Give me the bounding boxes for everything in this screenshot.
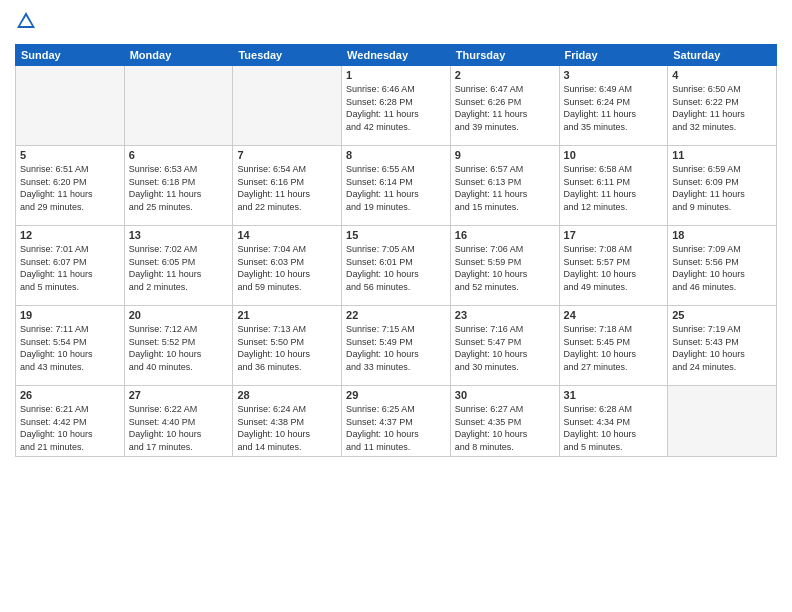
calendar-cell (668, 386, 777, 457)
calendar-cell: 12Sunrise: 7:01 AMSunset: 6:07 PMDayligh… (16, 226, 125, 306)
calendar-week-row: 19Sunrise: 7:11 AMSunset: 5:54 PMDayligh… (16, 306, 777, 386)
day-info: Sunrise: 6:51 AMSunset: 6:20 PMDaylight:… (20, 163, 120, 213)
calendar-cell: 24Sunrise: 7:18 AMSunset: 5:45 PMDayligh… (559, 306, 668, 386)
day-number: 1 (346, 69, 446, 81)
day-info: Sunrise: 7:08 AMSunset: 5:57 PMDaylight:… (564, 243, 664, 293)
day-number: 11 (672, 149, 772, 161)
day-info: Sunrise: 7:09 AMSunset: 5:56 PMDaylight:… (672, 243, 772, 293)
calendar-cell: 3Sunrise: 6:49 AMSunset: 6:24 PMDaylight… (559, 66, 668, 146)
day-number: 27 (129, 389, 229, 401)
day-number: 28 (237, 389, 337, 401)
day-number: 31 (564, 389, 664, 401)
calendar-cell: 30Sunrise: 6:27 AMSunset: 4:35 PMDayligh… (450, 386, 559, 457)
day-number: 9 (455, 149, 555, 161)
day-number: 24 (564, 309, 664, 321)
day-number: 10 (564, 149, 664, 161)
day-number: 17 (564, 229, 664, 241)
day-info: Sunrise: 6:54 AMSunset: 6:16 PMDaylight:… (237, 163, 337, 213)
weekday-header-thursday: Thursday (450, 45, 559, 66)
day-number: 15 (346, 229, 446, 241)
day-info: Sunrise: 6:25 AMSunset: 4:37 PMDaylight:… (346, 403, 446, 453)
weekday-header-tuesday: Tuesday (233, 45, 342, 66)
day-info: Sunrise: 7:15 AMSunset: 5:49 PMDaylight:… (346, 323, 446, 373)
day-info: Sunrise: 6:22 AMSunset: 4:40 PMDaylight:… (129, 403, 229, 453)
calendar-cell: 18Sunrise: 7:09 AMSunset: 5:56 PMDayligh… (668, 226, 777, 306)
day-info: Sunrise: 6:57 AMSunset: 6:13 PMDaylight:… (455, 163, 555, 213)
day-info: Sunrise: 6:55 AMSunset: 6:14 PMDaylight:… (346, 163, 446, 213)
calendar-cell: 14Sunrise: 7:04 AMSunset: 6:03 PMDayligh… (233, 226, 342, 306)
day-number: 7 (237, 149, 337, 161)
day-number: 16 (455, 229, 555, 241)
day-info: Sunrise: 6:47 AMSunset: 6:26 PMDaylight:… (455, 83, 555, 133)
calendar-cell: 31Sunrise: 6:28 AMSunset: 4:34 PMDayligh… (559, 386, 668, 457)
day-info: Sunrise: 7:04 AMSunset: 6:03 PMDaylight:… (237, 243, 337, 293)
day-info: Sunrise: 7:01 AMSunset: 6:07 PMDaylight:… (20, 243, 120, 293)
calendar-cell (233, 66, 342, 146)
day-number: 22 (346, 309, 446, 321)
calendar-cell (16, 66, 125, 146)
day-number: 30 (455, 389, 555, 401)
day-number: 26 (20, 389, 120, 401)
calendar-week-row: 12Sunrise: 7:01 AMSunset: 6:07 PMDayligh… (16, 226, 777, 306)
calendar-week-row: 26Sunrise: 6:21 AMSunset: 4:42 PMDayligh… (16, 386, 777, 457)
calendar-cell: 25Sunrise: 7:19 AMSunset: 5:43 PMDayligh… (668, 306, 777, 386)
day-info: Sunrise: 6:58 AMSunset: 6:11 PMDaylight:… (564, 163, 664, 213)
calendar-cell: 6Sunrise: 6:53 AMSunset: 6:18 PMDaylight… (124, 146, 233, 226)
calendar: SundayMondayTuesdayWednesdayThursdayFrid… (15, 44, 777, 457)
calendar-cell: 20Sunrise: 7:12 AMSunset: 5:52 PMDayligh… (124, 306, 233, 386)
day-info: Sunrise: 7:05 AMSunset: 6:01 PMDaylight:… (346, 243, 446, 293)
day-info: Sunrise: 6:59 AMSunset: 6:09 PMDaylight:… (672, 163, 772, 213)
day-number: 2 (455, 69, 555, 81)
calendar-week-row: 1Sunrise: 6:46 AMSunset: 6:28 PMDaylight… (16, 66, 777, 146)
day-info: Sunrise: 6:49 AMSunset: 6:24 PMDaylight:… (564, 83, 664, 133)
logo-icon (15, 10, 37, 32)
day-number: 19 (20, 309, 120, 321)
calendar-cell: 17Sunrise: 7:08 AMSunset: 5:57 PMDayligh… (559, 226, 668, 306)
day-info: Sunrise: 6:53 AMSunset: 6:18 PMDaylight:… (129, 163, 229, 213)
calendar-cell: 9Sunrise: 6:57 AMSunset: 6:13 PMDaylight… (450, 146, 559, 226)
calendar-cell: 4Sunrise: 6:50 AMSunset: 6:22 PMDaylight… (668, 66, 777, 146)
calendar-cell: 29Sunrise: 6:25 AMSunset: 4:37 PMDayligh… (342, 386, 451, 457)
day-info: Sunrise: 6:27 AMSunset: 4:35 PMDaylight:… (455, 403, 555, 453)
day-info: Sunrise: 6:21 AMSunset: 4:42 PMDaylight:… (20, 403, 120, 453)
day-info: Sunrise: 7:12 AMSunset: 5:52 PMDaylight:… (129, 323, 229, 373)
day-info: Sunrise: 7:16 AMSunset: 5:47 PMDaylight:… (455, 323, 555, 373)
logo (15, 10, 40, 36)
calendar-cell: 22Sunrise: 7:15 AMSunset: 5:49 PMDayligh… (342, 306, 451, 386)
header (15, 10, 777, 36)
calendar-cell: 15Sunrise: 7:05 AMSunset: 6:01 PMDayligh… (342, 226, 451, 306)
day-info: Sunrise: 6:46 AMSunset: 6:28 PMDaylight:… (346, 83, 446, 133)
day-number: 3 (564, 69, 664, 81)
day-info: Sunrise: 7:19 AMSunset: 5:43 PMDaylight:… (672, 323, 772, 373)
calendar-cell: 1Sunrise: 6:46 AMSunset: 6:28 PMDaylight… (342, 66, 451, 146)
day-number: 20 (129, 309, 229, 321)
calendar-week-row: 5Sunrise: 6:51 AMSunset: 6:20 PMDaylight… (16, 146, 777, 226)
weekday-header-saturday: Saturday (668, 45, 777, 66)
day-number: 5 (20, 149, 120, 161)
day-number: 21 (237, 309, 337, 321)
page: SundayMondayTuesdayWednesdayThursdayFrid… (0, 0, 792, 612)
day-info: Sunrise: 7:18 AMSunset: 5:45 PMDaylight:… (564, 323, 664, 373)
day-number: 6 (129, 149, 229, 161)
day-info: Sunrise: 7:13 AMSunset: 5:50 PMDaylight:… (237, 323, 337, 373)
day-number: 29 (346, 389, 446, 401)
day-info: Sunrise: 6:50 AMSunset: 6:22 PMDaylight:… (672, 83, 772, 133)
day-number: 25 (672, 309, 772, 321)
calendar-cell (124, 66, 233, 146)
weekday-header-wednesday: Wednesday (342, 45, 451, 66)
day-number: 13 (129, 229, 229, 241)
calendar-cell: 23Sunrise: 7:16 AMSunset: 5:47 PMDayligh… (450, 306, 559, 386)
day-number: 23 (455, 309, 555, 321)
day-info: Sunrise: 7:11 AMSunset: 5:54 PMDaylight:… (20, 323, 120, 373)
weekday-header-monday: Monday (124, 45, 233, 66)
calendar-cell: 7Sunrise: 6:54 AMSunset: 6:16 PMDaylight… (233, 146, 342, 226)
day-number: 18 (672, 229, 772, 241)
calendar-cell: 5Sunrise: 6:51 AMSunset: 6:20 PMDaylight… (16, 146, 125, 226)
weekday-header-friday: Friday (559, 45, 668, 66)
day-number: 4 (672, 69, 772, 81)
day-info: Sunrise: 6:24 AMSunset: 4:38 PMDaylight:… (237, 403, 337, 453)
calendar-cell: 8Sunrise: 6:55 AMSunset: 6:14 PMDaylight… (342, 146, 451, 226)
day-number: 12 (20, 229, 120, 241)
day-info: Sunrise: 6:28 AMSunset: 4:34 PMDaylight:… (564, 403, 664, 453)
calendar-cell: 21Sunrise: 7:13 AMSunset: 5:50 PMDayligh… (233, 306, 342, 386)
